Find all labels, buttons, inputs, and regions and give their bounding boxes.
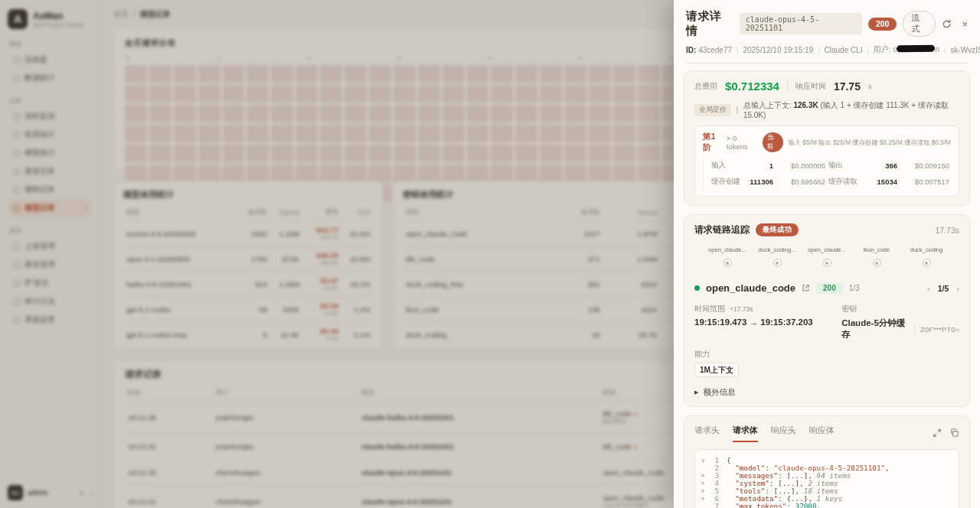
sidebar-user[interactable]: AD admin « › — [8, 485, 93, 500]
trace-duration: 17.73s — [935, 226, 959, 235]
heatmap-cell — [589, 105, 611, 122]
request-count: 6 — [240, 347, 270, 351]
token-count: 13.8K — [270, 347, 302, 351]
expand-icon[interactable] — [933, 427, 942, 441]
heatmap-cell — [613, 125, 635, 142]
trace-node-circle — [773, 259, 782, 267]
axis-tick: 2 — [307, 55, 310, 62]
fold-chevron-icon[interactable]: > — [701, 472, 710, 479]
key-masked-value: Z0F***PT0= — [920, 325, 959, 334]
sidebar-item[interactable]: 渠道记录 › — [8, 162, 92, 181]
payload-tab[interactable]: 响应体 — [809, 425, 835, 442]
axis-tick: 6 — [669, 55, 672, 62]
trace-node[interactable]: duck_coding... — [755, 246, 799, 267]
next-page-icon[interactable]: › — [956, 284, 959, 293]
status-badge: 200 — [868, 18, 897, 31]
triangle-right-icon: ▶ — [694, 389, 698, 396]
model-table: 模型 请求数 Tokens 费用 占比 sonnet-4-5-20250929 … — [123, 205, 374, 350]
heatmap-cell — [369, 125, 391, 142]
copy-icon[interactable] — [950, 427, 959, 441]
trace-title: 请求链路追踪 — [694, 223, 750, 236]
prev-page-icon[interactable]: ‹ — [927, 284, 930, 293]
heatmap-cell — [149, 164, 172, 182]
table-row[interactable]: haiku-4-5-20251001 824 1.28M $3.4718.9K … — [123, 272, 374, 297]
collapse-sidebar-icon[interactable]: « — [80, 489, 84, 497]
time-delta: +17.73s — [730, 305, 753, 313]
sidebar-item[interactable]: 模型排行 › — [8, 144, 92, 162]
fold-chevron-icon[interactable]: > — [701, 487, 710, 494]
app-subtitle: Multi-Provider Gateway — [33, 22, 85, 28]
trace-node-label: duck_coding... — [759, 246, 796, 253]
trace-node[interactable]: duck_coding — [904, 246, 949, 267]
table-row[interactable]: opus-4-1-20250805 1764 872K $48.29286.4K… — [123, 246, 374, 272]
sidebar-item-label: 审计日志 — [24, 296, 55, 307]
sidebar-item[interactable]: 仪表盘 › — [8, 50, 92, 69]
trace-node[interactable]: ikun_code — [854, 246, 899, 267]
sidebar-item[interactable]: 审计日志 › — [8, 292, 92, 311]
context-summary: 总输入上下文: 126.3K (输入 1 + 缓存创建 111.3K + 缓存读… — [743, 100, 959, 119]
fold-chevron-icon[interactable]: > — [701, 495, 710, 502]
heatmap-cell — [271, 65, 293, 83]
sidebar-item[interactable]: 使用统计 › — [8, 125, 92, 144]
code-content: "max_tokens": 32000, — [727, 502, 821, 508]
refresh-icon[interactable] — [942, 19, 952, 29]
sidebar-item[interactable]: 密钥记录 › — [8, 181, 92, 199]
logo[interactable]: A AxMan Multi-Provider Gateway — [8, 9, 92, 29]
key-name: duck_coding_free — [403, 272, 548, 297]
sidebar-section: 管理 上游管理 › 渠道管理 › — [8, 226, 92, 329]
heatmap-cell — [515, 85, 537, 103]
heatmap-cell — [613, 105, 635, 122]
sidebar-item[interactable]: IP 状态 › — [8, 274, 92, 292]
external-link-icon[interactable] — [802, 284, 810, 292]
flame-icon: ● — [634, 411, 638, 418]
sidebar-item-label: 渠道记录 — [24, 166, 55, 177]
heatmap-cell — [564, 65, 586, 83]
heatmap-cell — [125, 85, 147, 103]
table-row[interactable]: gpt-5.1-codex 59 430K $5.0914.4K 1.2% — [123, 297, 374, 322]
heatmap-cell — [320, 105, 342, 122]
sidebar-item[interactable]: 模型记录 › — [8, 199, 92, 217]
sidebar-section-label: 概览 — [9, 40, 90, 48]
key-label: 密钥 — [841, 304, 959, 314]
table-row[interactable]: sonnet-4-5-20250929 1602 1.13M $43.77370… — [123, 221, 374, 246]
id-label: ID: — [686, 46, 696, 54]
api-key-masked: sk-WvzISy4...uwgB — [950, 46, 980, 54]
sidebar-item-icon — [13, 150, 20, 157]
heatmap-cell — [443, 105, 465, 122]
fold-chevron-icon[interactable]: > — [701, 480, 710, 487]
logout-icon[interactable]: › — [90, 489, 93, 497]
table-row[interactable]: gemini-3-pro-preview 6 13.8K $0.09754.4K… — [123, 347, 374, 351]
breadcrumb-root[interactable]: 首页 — [113, 9, 129, 20]
payload-tab[interactable]: 请求体 — [733, 425, 758, 442]
ability-tag: 1M上下文 — [694, 363, 739, 377]
extra-info-toggle[interactable]: ▶ 额外信息 — [694, 387, 959, 398]
axis-tick: 0 — [126, 55, 129, 62]
token-count: 430K — [270, 297, 302, 322]
heatmap-cell — [589, 145, 611, 162]
trace-node[interactable]: open_claude... — [805, 246, 849, 267]
tier-usage-cell: 缓存读取 15034 $0.007517 — [827, 174, 951, 190]
sidebar-item[interactable]: 实时监控 › — [8, 107, 92, 125]
trace-node-label: open_claude... — [708, 246, 746, 253]
heatmap-cell — [638, 164, 660, 182]
sidebar-item[interactable]: 系统设置 › — [8, 311, 92, 329]
share-cell: 0.1% — [341, 347, 374, 351]
json-viewer[interactable]: v 1 { 2 "model": "claude-opus-4-5-202511… — [694, 449, 959, 508]
key-name: itlb_code — [403, 246, 548, 272]
payload-tab[interactable]: 请求头 — [694, 425, 720, 442]
payload-tab[interactable]: 响应头 — [771, 425, 796, 442]
usage-price: $0.009150 — [902, 161, 949, 170]
sidebar-item[interactable]: 数据统计 › — [8, 69, 92, 87]
column-header: 时间 — [125, 386, 212, 402]
trace-node[interactable]: open_claude... — [705, 246, 750, 267]
sidebar-item[interactable]: 渠道管理 › — [8, 256, 92, 274]
cost-cell: $43.77370.7K — [302, 221, 341, 246]
sidebar-item[interactable]: 上游管理 › — [8, 237, 92, 256]
heatmap-cell — [589, 125, 611, 142]
extra-info-label: 额外信息 — [703, 387, 735, 398]
model-stats-card: 模型使用统计 模型 请求数 Tokens 费用 占比 sonnet-4-5-20… — [113, 181, 384, 350]
line-number: 7 — [710, 502, 719, 508]
table-row[interactable]: gpt-5.1-codex-max 5 22.4K $0.595.4K 0.1% — [123, 322, 374, 347]
fold-chevron-icon[interactable]: v — [701, 457, 710, 464]
close-icon[interactable]: × — [962, 19, 968, 29]
